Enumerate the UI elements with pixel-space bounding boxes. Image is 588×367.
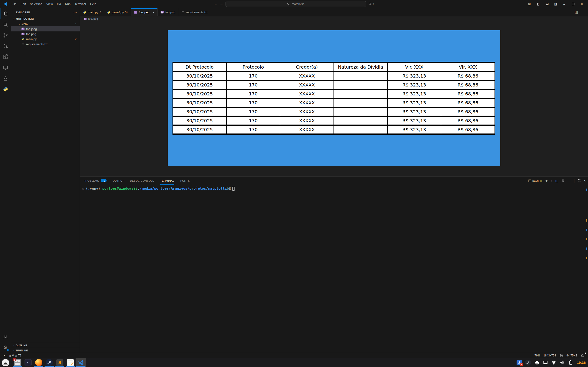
tab-foo-jpeg[interactable]: foo.jpeg × bbox=[131, 8, 157, 16]
table-cell: R$ 323,13 bbox=[388, 98, 441, 107]
more-actions-icon[interactable]: ⋯ bbox=[581, 10, 585, 14]
tab-close-icon[interactable]: × bbox=[153, 10, 155, 14]
menu-view[interactable]: View bbox=[44, 2, 55, 6]
col-header: Vlr. XXX bbox=[441, 62, 495, 72]
problems-status[interactable]: ⊗ 0 ⚠ 72 bbox=[7, 353, 23, 358]
extensions-icon[interactable] bbox=[0, 51, 11, 62]
source-control-icon[interactable] bbox=[0, 30, 11, 41]
terminal-actions: bash ⚠ + ∨ ◫ ⋯ | × bbox=[528, 178, 586, 183]
wifi-tray-icon[interactable] bbox=[551, 360, 556, 365]
accounts-icon[interactable] bbox=[0, 331, 11, 342]
new-terminal-icon[interactable]: + bbox=[545, 178, 548, 183]
taskbar-sublime[interactable]: S bbox=[54, 358, 65, 367]
toggle-secondary-sidebar-icon[interactable]: ◨ bbox=[552, 0, 560, 8]
menu-edit[interactable]: Edit bbox=[19, 2, 28, 6]
close-button[interactable]: × bbox=[578, 0, 586, 8]
restore-button[interactable] bbox=[569, 0, 577, 8]
tree-item-foo-jpeg[interactable]: foo.jpeg bbox=[11, 26, 80, 31]
customize-layout-icon[interactable]: ⊞ bbox=[526, 0, 533, 8]
tree-item-requirements-txt[interactable]: requirements.txt bbox=[11, 42, 80, 47]
explorer-more-actions-icon[interactable]: ⋯ bbox=[73, 10, 77, 15]
volume-tray-icon[interactable] bbox=[560, 360, 565, 365]
taskbar-file-manager[interactable]: 2 bbox=[12, 358, 23, 367]
tab-output[interactable]: OUTPUT bbox=[112, 177, 124, 185]
search-view-icon[interactable] bbox=[0, 19, 11, 30]
python-view-icon[interactable] bbox=[0, 84, 11, 94]
tree-item-venv[interactable]: › .venv ● bbox=[11, 21, 80, 26]
tab-ports[interactable]: PORTS bbox=[180, 177, 190, 185]
timeline-section[interactable]: › TIMELINE bbox=[11, 348, 80, 353]
chevron-right-icon: › bbox=[12, 349, 16, 352]
taskbar-steam[interactable] bbox=[44, 358, 54, 367]
remote-indicator[interactable]: >< bbox=[2, 353, 7, 358]
search-input[interactable]: matplotlib bbox=[225, 1, 366, 7]
outline-section[interactable]: › OUTLINE bbox=[11, 343, 80, 348]
menu-selection[interactable]: Selection bbox=[28, 2, 44, 6]
close-panel-icon[interactable]: × bbox=[584, 179, 586, 183]
image-preview-foo-jpeg[interactable]: Dt Protocolo Protocolo Credor(a) Naturez… bbox=[168, 30, 500, 166]
taskbar-terminal[interactable]: >_ bbox=[23, 358, 33, 367]
back-arrow-icon[interactable]: ← bbox=[214, 2, 217, 6]
forward-arrow-icon[interactable]: → bbox=[220, 2, 223, 6]
testing-icon[interactable] bbox=[0, 73, 11, 84]
steam-icon bbox=[46, 359, 53, 366]
kill-terminal-icon[interactable] bbox=[561, 179, 565, 182]
toggle-primary-sidebar-icon[interactable]: ◧ bbox=[534, 0, 542, 8]
scrollbar-mark bbox=[586, 257, 587, 259]
tab-requirements-txt[interactable]: requirements.txt bbox=[178, 8, 210, 16]
taskbar-firefox[interactable] bbox=[33, 358, 44, 367]
terminal-content[interactable]: ○ (.venv) portoes@windows98 : /media/por… bbox=[80, 185, 588, 191]
maximize-panel-icon[interactable] bbox=[578, 179, 581, 182]
taskbar-vscode[interactable] bbox=[76, 358, 86, 367]
taskbar-text-editor[interactable] bbox=[65, 358, 76, 367]
table-row: 30/10/2025 170 XXXXX R$ 323,13 R$ 68,86 bbox=[173, 98, 495, 107]
panel-more-icon[interactable]: ⋯ bbox=[568, 179, 571, 183]
terminal-dropdown-icon[interactable]: ∨ bbox=[551, 179, 552, 182]
breadcrumb[interactable]: foo.jpeg bbox=[80, 16, 588, 21]
notifications-bell-icon[interactable] bbox=[579, 353, 586, 358]
minimize-button[interactable]: – bbox=[561, 0, 568, 8]
menu-run[interactable]: Run bbox=[63, 2, 73, 6]
tab-problems[interactable]: PROBLEMS 72 bbox=[84, 177, 107, 185]
split-editor-icon[interactable]: ◫ bbox=[575, 10, 578, 14]
copilot-layout-button[interactable]: ∨ bbox=[368, 2, 374, 6]
remote-explorer-icon[interactable] bbox=[0, 62, 11, 73]
breadcrumb-item[interactable]: foo.jpeg bbox=[88, 17, 98, 20]
settings-gear-icon[interactable]: ⚙ bbox=[0, 342, 11, 353]
window-controls: ⊞ ◧ ◧ ◨ – × bbox=[526, 0, 588, 8]
chevron-right-icon: › bbox=[17, 22, 21, 26]
tab-debug-console[interactable]: DEBUG CONSOLE bbox=[130, 177, 154, 185]
menu-terminal[interactable]: Terminal bbox=[73, 2, 88, 6]
printer-tray-icon[interactable] bbox=[534, 360, 540, 365]
menu-file[interactable]: File bbox=[10, 2, 19, 6]
battery-tray-icon[interactable] bbox=[568, 360, 573, 365]
table-cell bbox=[334, 98, 388, 107]
explorer-icon[interactable] bbox=[0, 8, 11, 19]
run-debug-icon[interactable] bbox=[0, 41, 11, 51]
clock[interactable]: 19:36 bbox=[577, 361, 586, 365]
display-tray-icon[interactable] bbox=[543, 360, 548, 365]
folder-root-matplotlib[interactable]: › MATPLOTLIB bbox=[11, 16, 80, 21]
copilot-status-icon[interactable] bbox=[558, 353, 565, 358]
table-row: 30/10/2025 170 XXXXX R$ 323,13 R$ 68,86 bbox=[173, 90, 495, 98]
tab-pyplot-py[interactable]: pyplot.py 9+ bbox=[104, 8, 131, 16]
tab-foo-png[interactable]: foo.png bbox=[157, 8, 178, 16]
shell-warning-icon: ⚠ bbox=[540, 179, 543, 182]
command-center: ← → matplotlib ∨ bbox=[214, 1, 374, 7]
shell-selector[interactable]: bash ⚠ bbox=[528, 179, 543, 182]
split-terminal-icon[interactable]: ◫ bbox=[555, 179, 558, 183]
menu-help[interactable]: Help bbox=[88, 2, 98, 6]
tab-main-py[interactable]: main.py 2 bbox=[80, 8, 104, 16]
menu-go[interactable]: Go bbox=[55, 2, 63, 6]
tab-terminal[interactable]: TERMINAL bbox=[160, 177, 174, 185]
bluetooth-off-badge: × bbox=[520, 363, 523, 366]
bluetooth-tray-icon[interactable]: × bbox=[517, 360, 522, 365]
steam-tray-icon[interactable] bbox=[525, 360, 531, 366]
tree-item-foo-png[interactable]: foo.png bbox=[11, 31, 80, 36]
tree-item-main-py[interactable]: main.py 2 bbox=[11, 36, 80, 42]
toggle-panel-icon[interactable]: ◧ bbox=[543, 0, 551, 8]
pencil-icon bbox=[70, 362, 74, 365]
table-row: 30/10/2025 170 XXXXX R$ 323,13 R$ 68,86 bbox=[173, 107, 495, 116]
app-menu-button[interactable] bbox=[2, 359, 9, 366]
image-zoom-level[interactable]: 79% bbox=[533, 353, 542, 358]
